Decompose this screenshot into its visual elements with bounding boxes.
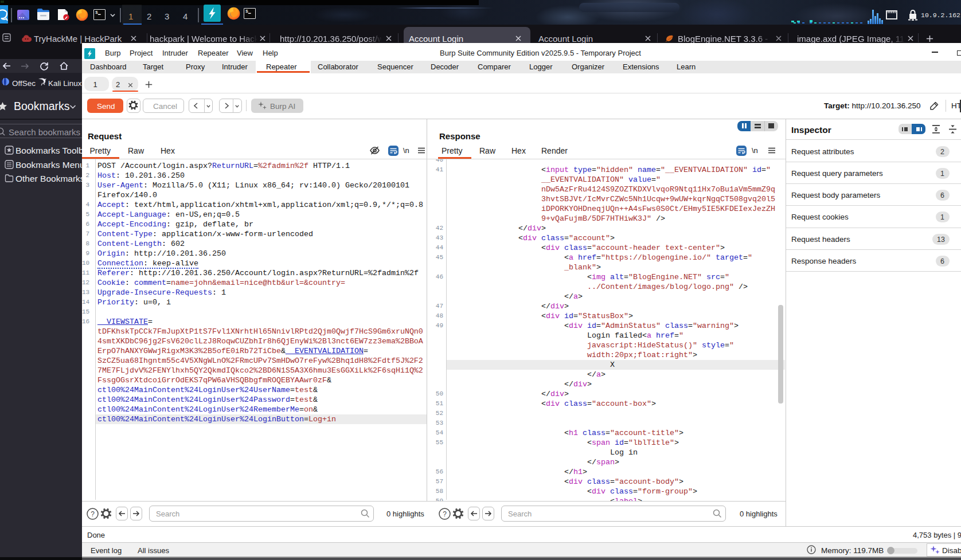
svg-text:?: ? — [443, 510, 447, 518]
svg-text:?: ? — [91, 510, 95, 518]
